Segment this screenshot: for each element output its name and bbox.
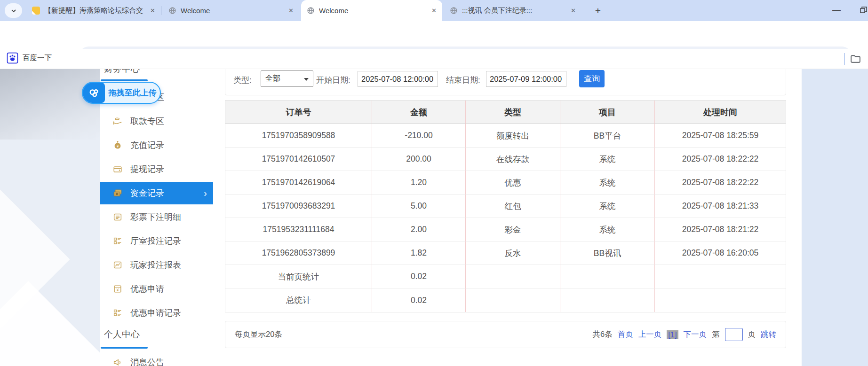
tab-search-button[interactable]: [5, 3, 22, 18]
type-select[interactable]: 全部: [261, 70, 313, 87]
decorative-triangle: [0, 281, 100, 366]
tab-close-icon[interactable]: ✕: [571, 7, 576, 14]
grid-list-icon: [112, 236, 123, 246]
window-restore-button[interactable]: [852, 0, 868, 20]
pagination: 共6条 首页 上一页 [1] 下一页 第 页 跳转: [592, 328, 776, 341]
table-cell: 反水: [466, 241, 560, 265]
section-underline: [101, 79, 148, 81]
ticket-icon: ¥: [112, 284, 123, 294]
jump-link[interactable]: 跳转: [761, 329, 776, 340]
search-button[interactable]: 查询: [579, 70, 605, 87]
table-cell: 2025-07-08 18:22:22: [655, 148, 786, 171]
tab-title: :::视讯 会员下注纪录:::: [462, 6, 566, 15]
table-cell: [466, 288, 560, 312]
baidu-netdisk-logo-icon: [83, 83, 105, 103]
page-number-input[interactable]: [725, 328, 743, 341]
table-cell: 系统: [560, 171, 655, 195]
megaphone-icon: [112, 357, 123, 366]
tab-separator: [161, 6, 161, 15]
window-minimize-button[interactable]: —: [826, 0, 847, 20]
tab-close-icon[interactable]: ✕: [288, 7, 294, 14]
table-row: 17519628053738991.82反水BB视讯2025-07-08 16:…: [225, 241, 786, 265]
upload-overlay-label: 拖拽至此上传: [105, 87, 160, 98]
sidebar-item-lottery-bet-detail[interactable]: 彩票下注明细: [100, 206, 213, 228]
current-page-indicator: [1]: [667, 330, 678, 339]
chart-icon: [112, 260, 123, 270]
sidebar-item-recharge-records[interactable]: ¥ 充值记录: [100, 134, 213, 156]
sidebar-section-finance: 财务中心: [104, 69, 140, 75]
table-cell: [655, 288, 786, 312]
end-date-input[interactable]: 2025-07-09 12:00:00: [486, 71, 566, 87]
column-header: 类型: [466, 101, 560, 124]
tab-close-icon[interactable]: ✕: [150, 7, 155, 14]
browser-tab-2[interactable]: Welcome ✕: [163, 0, 299, 21]
prev-page-link[interactable]: 上一页: [638, 329, 662, 340]
sidebar-item-withdrawal-records[interactable]: 提现记录: [100, 158, 213, 180]
sidebar-item-funds-records[interactable]: 资金记录 ›: [100, 182, 213, 204]
type-filter-label: 类型:: [233, 75, 252, 86]
tab-title: 【新提醒】海燕策略论坛综合交: [44, 6, 146, 15]
globe-icon: [168, 7, 176, 15]
folder-icon: [850, 53, 861, 65]
browser-tab-3-active[interactable]: Welcome ✕: [301, 0, 442, 21]
sidebar-section-personal: 个人中心: [104, 328, 140, 341]
sidebar-item-withdraw-zone[interactable]: 取款专区: [100, 110, 213, 132]
table-cell: [560, 288, 655, 312]
chevron-down-icon: [10, 8, 17, 14]
table-header-row: 订单号 金额 类型 项目 处理时间: [225, 101, 786, 124]
sidebar-item-room-bet-records[interactable]: 厅室投注记录: [100, 230, 213, 252]
bookmark-baidu[interactable]: 百度一下: [7, 52, 52, 64]
table-cell: [466, 265, 560, 288]
start-date-input[interactable]: 2025-07-08 12:00:00: [358, 71, 438, 87]
start-date-label: 开始日期:: [316, 75, 350, 86]
column-header: 处理时间: [655, 101, 786, 124]
svg-text:¥: ¥: [116, 288, 119, 292]
table-cell: 额度转出: [466, 124, 560, 148]
sidebar-item-label: 优惠申请记录: [130, 307, 181, 319]
other-bookmarks-folder[interactable]: [850, 53, 861, 67]
browser-tab-1[interactable]: 【新提醒】海燕策略论坛综合交 ✕: [26, 0, 161, 21]
grid-list-icon: [112, 308, 123, 318]
sidebar: 财务中心 存款专区 取款专区 ¥ 充值记录 提现记录 资金记录 › 彩票下注明细: [100, 69, 213, 366]
browser-tab-4[interactable]: :::视讯 会员下注纪录::: ✕: [444, 0, 581, 21]
tab-separator: [585, 6, 585, 15]
summary-row: 当前页统计0.02: [225, 265, 786, 288]
globe-icon: [307, 7, 315, 15]
hand-coin-icon: [112, 116, 123, 126]
table-row: 1751970358909588-210.00额度转出BB平台2025-07-0…: [225, 124, 786, 148]
first-page-link[interactable]: 首页: [618, 329, 633, 340]
main-panel: 类型: 全部 开始日期: 2025-07-08 12:00:00 结束日期: 2…: [225, 69, 786, 366]
table-cell: 系统: [560, 218, 655, 241]
site-favicon-yellow-doc-icon: [32, 7, 40, 15]
baidu-netdisk-upload-overlay[interactable]: 拖拽至此上传: [82, 82, 161, 104]
per-page-label: 每页显示20条: [235, 329, 282, 340]
sidebar-item-label: 取款专区: [130, 116, 164, 127]
table-cell: 1751953231111684: [225, 218, 372, 241]
table-cell: 2025-07-08 18:21:33: [655, 195, 786, 218]
table-row: 17519532311116842.00彩金系统2025-07-08 18:21…: [225, 218, 786, 241]
next-page-link[interactable]: 下一页: [684, 329, 707, 340]
table-cell: 2025-07-08 16:20:05: [655, 241, 786, 265]
column-header: 金额: [372, 101, 466, 124]
tab-close-icon[interactable]: ✕: [431, 7, 437, 14]
filter-bar: 类型: 全部 开始日期: 2025-07-08 12:00:00 结束日期: 2…: [225, 69, 786, 95]
wallet-icon: [112, 164, 123, 174]
sidebar-item-announcements[interactable]: 消息公告: [100, 351, 213, 366]
browser-tab-strip: 【新提醒】海燕策略论坛综合交 ✕ Welcome ✕ Welcome ✕ :::…: [0, 0, 868, 21]
sidebar-item-player-bet-report[interactable]: 玩家投注报表: [100, 254, 213, 276]
list-icon: [112, 212, 123, 222]
sidebar-item-promo-records[interactable]: 优惠申请记录: [100, 302, 213, 324]
table-cell: -210.00: [372, 124, 466, 148]
bookmarks-bar: 百度一下: [0, 49, 868, 69]
page-jump-prefix: 第: [712, 329, 720, 340]
sidebar-item-label: 提现记录: [130, 164, 164, 175]
new-tab-button[interactable]: +: [591, 4, 605, 18]
table-cell: 2025-07-08 18:22:22: [655, 171, 786, 195]
sidebar-item-promo-apply[interactable]: ¥ 优惠申请: [100, 278, 213, 300]
end-date-value: 2025-07-09 12:00:00: [490, 75, 562, 84]
page-jump-suffix: 页: [748, 329, 756, 340]
table-body: 1751970358909588-210.00额度转出BB平台2025-07-0…: [225, 124, 786, 312]
background-photo: [0, 69, 100, 140]
table-cell: BB平台: [560, 124, 655, 148]
table-cell: [655, 265, 786, 288]
